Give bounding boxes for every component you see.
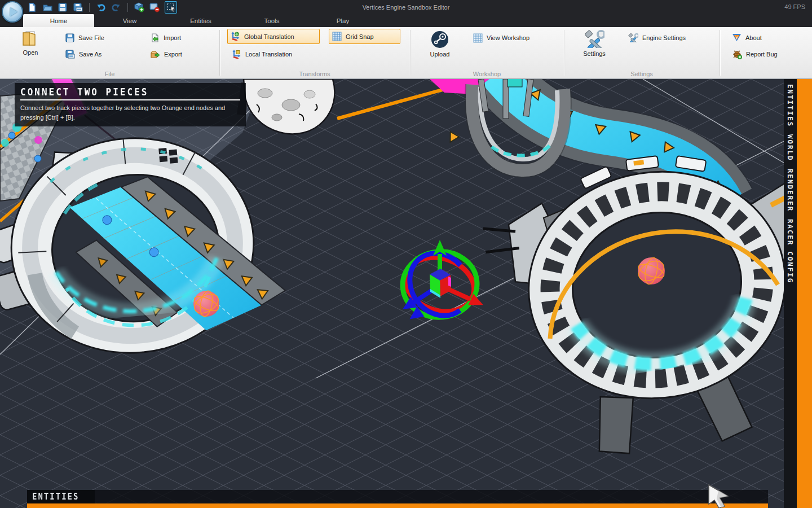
right-side-panel: ENTITIES WORLD RENDERER RACER CONFIG xyxy=(784,79,812,508)
save-as-label: Save As xyxy=(79,51,102,58)
hint-tooltip: CONNECT TWO PIECES Connect two track pie… xyxy=(15,83,246,126)
tooltip-body: Connect two track pieces together by sel… xyxy=(20,103,240,122)
side-tab-strip: ENTITIES WORLD RENDERER RACER CONFIG xyxy=(784,79,797,508)
global-translation-label: Global Translation xyxy=(244,33,294,40)
remove-image-icon[interactable] xyxy=(149,2,160,12)
grid-snap-button[interactable]: Grid Snap xyxy=(329,29,400,44)
about-label: About xyxy=(745,34,762,41)
grid-snap-icon xyxy=(332,32,342,41)
save-as-icon[interactable] xyxy=(73,2,83,12)
redo-icon[interactable] xyxy=(111,2,121,12)
side-tab-world[interactable]: WORLD xyxy=(786,134,795,161)
app-window: Vertices Engine Sandbox Editor 49 FPS Ho… xyxy=(0,0,812,508)
save-file-button[interactable]: Save File xyxy=(62,31,108,45)
settings-label: Settings xyxy=(583,50,606,57)
play-icon xyxy=(10,7,17,16)
report-bug-button[interactable]: Report Bug xyxy=(729,47,781,61)
save-file-icon xyxy=(65,33,74,42)
open-folder-icon xyxy=(21,30,39,47)
title-bar: Vertices Engine Sandbox Editor 49 FPS xyxy=(0,0,812,14)
entities-panel-labelbox: ENTITIES xyxy=(27,490,95,503)
tab-view[interactable]: View xyxy=(94,14,165,27)
engine-settings-button[interactable]: Engine Settings xyxy=(625,31,689,45)
save-as-icon xyxy=(65,50,75,59)
tooltip-divider xyxy=(20,99,240,100)
save-file-label: Save File xyxy=(78,34,104,41)
report-bug-label: Report Bug xyxy=(746,51,778,58)
about-button[interactable]: About xyxy=(729,31,765,45)
upload-button[interactable]: Upload xyxy=(425,30,454,58)
side-tab-entities[interactable]: ENTITIES xyxy=(786,84,795,127)
steam-icon xyxy=(431,30,449,49)
side-tab-renderer[interactable]: RENDERER xyxy=(786,169,795,212)
group-separator xyxy=(720,30,720,76)
upload-label: Upload xyxy=(430,51,450,58)
import-label: Import xyxy=(164,34,181,41)
tab-tools[interactable]: Tools xyxy=(236,14,307,27)
import-icon xyxy=(151,33,160,42)
add-package-icon[interactable] xyxy=(134,2,144,12)
settings-button[interactable]: Settings xyxy=(579,30,610,57)
group-label-transforms: Transforms xyxy=(219,71,410,77)
toolbar-separator xyxy=(127,3,128,12)
grid-snap-label: Grid Snap xyxy=(346,33,374,40)
save-file-icon[interactable] xyxy=(58,2,68,12)
ribbon-tabs: Home View Entities Tools Play xyxy=(23,14,378,27)
engine-settings-icon xyxy=(628,33,638,42)
entities-panel-bar[interactable]: ENTITIES xyxy=(27,490,768,503)
vertices-logo-icon xyxy=(732,33,742,42)
entities-panel-title: ENTITIES xyxy=(32,492,79,501)
group-separator xyxy=(219,30,220,76)
toolbar-separator xyxy=(89,3,90,12)
tooltip-title: CONNECT TWO PIECES xyxy=(20,86,148,98)
open-button-label: Open xyxy=(23,49,38,56)
group-label-workshop: Workshop xyxy=(410,71,564,77)
local-translation-icon xyxy=(232,50,241,59)
local-translation-label: Local Translation xyxy=(245,51,292,58)
fps-counter: 49 FPS xyxy=(784,3,805,10)
bug-icon xyxy=(732,50,742,59)
view-workshop-button[interactable]: View Workshop xyxy=(470,31,533,45)
tab-play[interactable]: Play xyxy=(307,14,378,27)
global-translation-button[interactable]: Global Translation xyxy=(227,29,320,44)
viewport-3d-canvas[interactable]: CONNECT TWO PIECES Connect two track pie… xyxy=(0,79,812,508)
import-button[interactable]: Import xyxy=(147,31,184,45)
export-button[interactable]: Export xyxy=(147,47,186,61)
new-file-icon[interactable] xyxy=(27,2,37,12)
global-translation-icon xyxy=(231,32,240,41)
entities-panel-accent xyxy=(27,503,768,508)
group-separator xyxy=(410,30,411,76)
export-icon xyxy=(151,50,160,59)
ribbon: Open Save File Save As Import Export xyxy=(0,27,812,79)
tab-entities[interactable]: Entities xyxy=(165,14,236,27)
engine-settings-label: Engine Settings xyxy=(642,34,686,41)
local-translation-button[interactable]: Local Translation xyxy=(228,47,295,61)
quick-access-toolbar xyxy=(27,1,177,14)
run-button[interactable] xyxy=(2,1,23,23)
open-file-icon[interactable] xyxy=(42,2,52,12)
side-panel-accent[interactable] xyxy=(797,79,812,508)
group-separator xyxy=(564,30,564,76)
group-label-file: File xyxy=(0,71,219,77)
group-label-settings: Settings xyxy=(564,71,720,77)
header: Vertices Engine Sandbox Editor 49 FPS Ho… xyxy=(0,0,812,27)
view-workshop-label: View Workshop xyxy=(487,34,529,41)
undo-icon[interactable] xyxy=(96,2,106,12)
open-button[interactable]: Open xyxy=(16,30,45,56)
settings-tools-icon xyxy=(584,30,604,48)
save-as-button[interactable]: Save As xyxy=(62,47,105,61)
workshop-grid-icon xyxy=(473,33,483,43)
export-label: Export xyxy=(164,51,182,58)
tab-home[interactable]: Home xyxy=(23,14,94,27)
scene-render xyxy=(0,79,812,508)
selection-tool-icon[interactable] xyxy=(165,1,177,14)
side-tab-racer-config[interactable]: RACER CONFIG xyxy=(786,219,795,283)
entities-bottom-panel[interactable]: ENTITIES xyxy=(27,490,768,508)
